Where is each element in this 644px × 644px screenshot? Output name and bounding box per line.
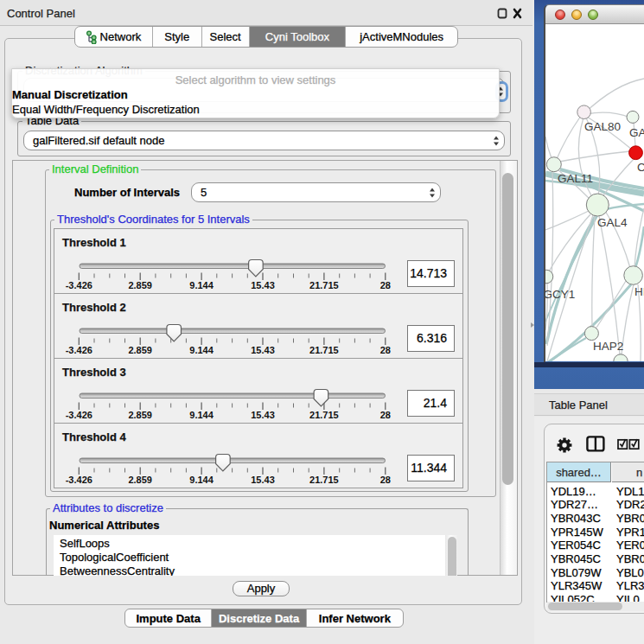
svg-text:-3.426: -3.426 [66,410,92,420]
svg-text:28: 28 [380,475,391,485]
svg-text:HIS4: HIS4 [634,285,644,298]
svg-text:2.859: 2.859 [128,280,152,290]
svg-text:GAL80: GAL80 [584,120,621,133]
svg-text:GAL4: GAL4 [597,216,628,229]
svg-text:21.715: 21.715 [309,410,339,420]
svg-text:2.859: 2.859 [128,345,152,355]
svg-text:21.715: 21.715 [309,475,339,485]
svg-text:21.715: 21.715 [309,280,339,290]
svg-text:9.144: 9.144 [189,475,214,485]
svg-text:15.43: 15.43 [251,410,275,420]
svg-text:15.43: 15.43 [251,280,275,290]
svg-text:-3.426: -3.426 [66,280,92,290]
svg-text:15.43: 15.43 [251,475,275,485]
svg-text:9.144: 9.144 [189,280,214,290]
svg-text:9.144: 9.144 [189,410,214,420]
svg-text:GCY1: GCY1 [545,288,575,301]
svg-text:15.43: 15.43 [251,345,275,355]
svg-text:CYC8: CYC8 [637,161,644,174]
svg-text:2.859: 2.859 [128,475,152,485]
svg-text:HAP2: HAP2 [593,340,623,353]
svg-text:28: 28 [380,345,391,355]
svg-text:9.144: 9.144 [189,345,214,355]
svg-text:28: 28 [380,280,391,290]
svg-text:-3.426: -3.426 [66,475,92,485]
svg-text:-3.426: -3.426 [66,345,92,355]
svg-text:28: 28 [380,410,391,420]
svg-text:GAL2: GAL2 [629,126,644,139]
svg-text:GAL11: GAL11 [558,172,593,185]
svg-text:21.715: 21.715 [309,345,339,355]
svg-text:2.859: 2.859 [128,410,152,420]
